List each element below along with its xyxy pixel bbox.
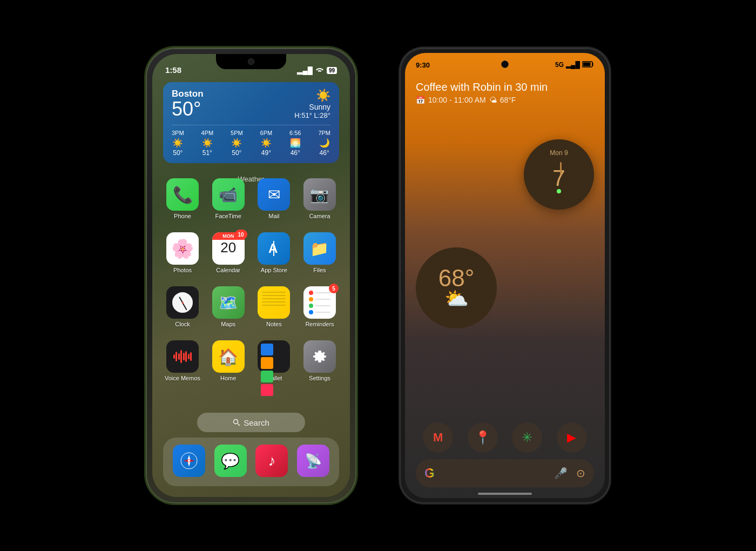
android-weather-temp: 68° <box>438 266 475 290</box>
app-phone[interactable]: 📞 Phone <box>163 178 202 219</box>
app-home[interactable]: 🏠 Home <box>209 340 248 381</box>
search-icon <box>233 419 240 426</box>
event-time: 📅 10:00 - 11:00 AM 🌤 68°F <box>416 96 594 104</box>
wifi-icon <box>315 66 324 75</box>
event-time-text: 10:00 - 11:00 AM <box>428 96 486 104</box>
app-clock[interactable]: Clock <box>163 286 202 327</box>
podcast-icon: 📡 <box>297 445 329 477</box>
weather-hourly: 3PM☀️50° 4PM☀️51° 5PM☀️50° 6PM☀️49° 6:56… <box>172 125 330 157</box>
app-camera[interactable]: 📷 Camera <box>300 178 339 219</box>
android-home-indicator[interactable] <box>478 493 532 495</box>
weather-high-low: H:51° L:28° <box>294 111 330 119</box>
event-calendar-icon: 📅 <box>416 96 425 104</box>
volume-up-button[interactable] <box>146 135 146 156</box>
android-volume-button[interactable] <box>400 140 400 184</box>
iphone-device: 1:58 ▂▄█ 99 Boston 50° ☀️ Sunny H:51° L:… <box>146 48 356 503</box>
app-row-3: Clock 🗺️ Maps <box>163 286 339 327</box>
svg-point-7 <box>188 460 190 462</box>
svg-line-3 <box>238 424 240 426</box>
android-signal-icon: ▂▄█ <box>566 61 580 69</box>
app-row-1: 📞 Phone 📹 FaceTime ✉ Mail 📷 Camera <box>163 178 339 219</box>
app-row-4: Voice Memos 🏠 Home Wallet <box>163 340 339 381</box>
search-bar[interactable]: Search <box>197 413 305 432</box>
front-camera <box>248 58 254 65</box>
notes-icon <box>258 286 290 319</box>
app-grid: 📞 Phone 📹 FaceTime ✉ Mail 📷 Camera <box>163 178 339 394</box>
android-dock-row-1: M 📍 ✳ ▶ <box>416 422 594 453</box>
mail-icon: ✉ <box>258 178 290 211</box>
app-photos[interactable]: 🌸 Photos <box>163 232 202 273</box>
app-voicememos[interactable]: Voice Memos <box>163 340 202 381</box>
google-mic-icon[interactable]: 🎤 <box>554 467 568 480</box>
android-app-youtube[interactable]: ▶ <box>557 422 587 453</box>
app-reminders[interactable]: 5 Reminders <box>300 286 339 327</box>
app-maps[interactable]: 🗺️ Maps <box>209 286 248 327</box>
android-app-gmail[interactable]: M <box>423 422 453 453</box>
clock-icon <box>166 286 199 319</box>
android-app-maps[interactable]: 📍 <box>468 422 498 453</box>
messages-icon: 💬 <box>214 445 247 477</box>
android-screen: 9:30 5G ▂▄█ Coffee with Robin in 30 min … <box>405 53 605 498</box>
app-mail[interactable]: ✉ Mail <box>254 178 293 219</box>
dock-messages[interactable]: 💬 <box>211 445 250 479</box>
app-files[interactable]: 📁 Files <box>300 232 339 273</box>
event-weather-icon: 🌤 <box>489 96 497 104</box>
android-network: 5G <box>555 61 564 69</box>
iphone-notch <box>216 54 286 69</box>
app-wallet[interactable]: Wallet <box>254 340 293 381</box>
event-temp: 68°F <box>500 96 516 104</box>
app-settings[interactable]: Settings <box>300 340 339 381</box>
phone-icon: 📞 <box>166 178 199 211</box>
android-clock-hand <box>560 162 562 175</box>
iphone-dock: 💬 ♪ 📡 <box>163 438 339 486</box>
photos-icon: 🌸 <box>166 232 199 265</box>
camera-icon: 📷 <box>303 178 336 211</box>
power-button[interactable] <box>356 157 356 191</box>
google-logo: G <box>424 466 435 481</box>
dock-music[interactable]: ♪ <box>252 445 291 479</box>
app-facetime[interactable]: 📹 FaceTime <box>209 178 248 219</box>
dock-podcast[interactable]: 📡 <box>294 445 333 479</box>
android-search-bar[interactable]: G 🎤 ⊙ <box>416 459 594 487</box>
home-icon: 🏠 <box>212 340 245 373</box>
svg-point-2 <box>234 420 238 424</box>
android-search-icons: 🎤 ⊙ <box>554 467 585 480</box>
svg-rect-9 <box>583 62 591 66</box>
app-appstore[interactable]: A App Store <box>254 232 293 273</box>
status-time: 1:58 <box>165 65 181 75</box>
android-event-widget[interactable]: Coffee with Robin in 30 min 📅 10:00 - 11… <box>416 77 594 109</box>
weather-widget[interactable]: Boston 50° ☀️ Sunny H:51° L:28° 3PM☀️50°… <box>163 82 339 163</box>
music-icon: ♪ <box>255 445 288 477</box>
android-power-button[interactable] <box>610 157 610 189</box>
android-weather-widget[interactable]: 68° ⛅ <box>416 247 497 328</box>
weather-temp: 50° <box>172 99 204 119</box>
files-icon: 📁 <box>303 232 336 265</box>
app-calendar[interactable]: MON 20 10 Calendar <box>209 232 248 273</box>
dock-safari[interactable] <box>170 445 208 479</box>
safari-icon <box>173 445 205 477</box>
facetime-icon: 📹 <box>212 178 245 211</box>
android-app-pinwheel[interactable]: ✳ <box>512 422 542 453</box>
weather-condition: Sunny <box>294 103 330 111</box>
android-clock-dot <box>557 189 561 193</box>
android-clock-number: 7 <box>552 167 565 190</box>
search-label: Search <box>244 418 269 427</box>
status-indicators: ▂▄█ 99 <box>297 66 337 75</box>
wallet-icon <box>258 340 290 373</box>
settings-icon <box>303 340 336 373</box>
svg-text:A: A <box>268 241 278 256</box>
google-lens-icon[interactable]: ⊙ <box>576 467 585 480</box>
voicememos-icon <box>166 340 199 373</box>
android-dock: M 📍 ✳ ▶ G 🎤 ⊙ <box>416 422 594 487</box>
app-notes[interactable]: Notes <box>254 286 293 327</box>
event-title: Coffee with Robin in 30 min <box>416 81 594 93</box>
calendar-icon: MON 20 10 <box>212 232 245 265</box>
volume-down-button[interactable] <box>146 161 146 182</box>
iphone-screen: 1:58 ▂▄█ 99 Boston 50° ☀️ Sunny H:51° L:… <box>152 54 350 497</box>
android-clock-widget[interactable]: Mon 9 7 <box>524 139 594 210</box>
android-weather-icon: ⛅ <box>444 287 469 310</box>
android-clock-display: 7 <box>537 157 580 200</box>
reminders-icon: 5 <box>303 286 336 319</box>
signal-icon: ▂▄█ <box>297 66 312 75</box>
weather-condition-icon: ☀️ <box>294 89 330 103</box>
